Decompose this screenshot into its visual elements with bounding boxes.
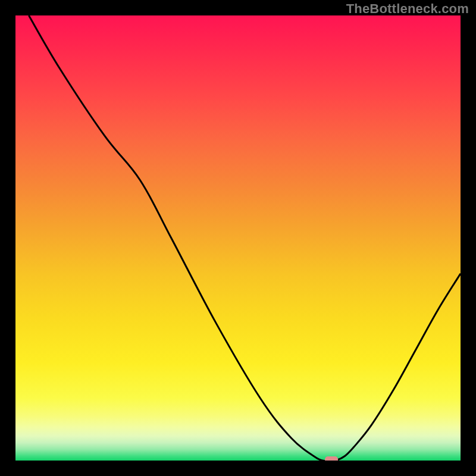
- plot-area: [15, 15, 461, 461]
- watermark-label: TheBottleneck.com: [346, 1, 469, 17]
- sweet-spot-marker: [325, 456, 338, 461]
- gradient-background: [15, 15, 461, 461]
- chart-svg: [15, 15, 461, 461]
- chart-stage: TheBottleneck.com: [0, 0, 476, 476]
